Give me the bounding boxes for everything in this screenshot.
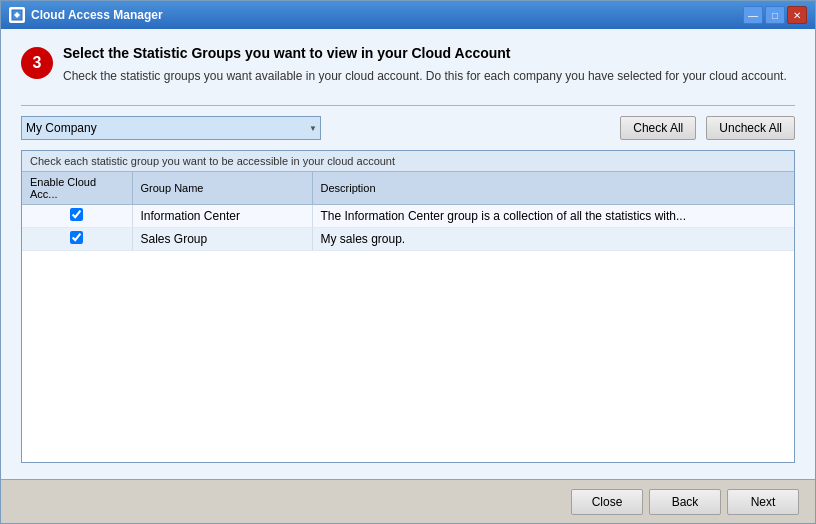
divider: [21, 105, 795, 106]
main-window: Cloud Access Manager — □ ✕ 3 Select the …: [0, 0, 816, 524]
table-row: Sales GroupMy sales group.: [22, 228, 794, 251]
statistic-groups-table: Enable Cloud Acc... Group Name Descripti…: [22, 172, 794, 251]
company-select-wrapper: My Company: [21, 116, 321, 140]
group-name-cell: Sales Group: [132, 228, 312, 251]
enable-cell: [22, 205, 132, 228]
table-row: Information CenterThe Information Center…: [22, 205, 794, 228]
title-bar: Cloud Access Manager — □ ✕: [1, 1, 815, 29]
close-dialog-button[interactable]: Close: [571, 489, 643, 515]
enable-cell: [22, 228, 132, 251]
step-text-area: Select the Statistic Groups you want to …: [63, 45, 787, 85]
company-row: My Company Check All Uncheck All: [21, 116, 795, 140]
enable-checkbox[interactable]: [70, 231, 83, 244]
col-desc-header: Description: [312, 172, 794, 205]
footer: Close Back Next: [1, 479, 815, 523]
main-content: 3 Select the Statistic Groups you want t…: [1, 29, 815, 479]
step-description: Check the statistic groups you want avai…: [63, 67, 787, 85]
col-group-header: Group Name: [132, 172, 312, 205]
table-container: Check each statistic group you want to b…: [21, 150, 795, 463]
back-button[interactable]: Back: [649, 489, 721, 515]
window-title: Cloud Access Manager: [31, 8, 743, 22]
table-header-row: Enable Cloud Acc... Group Name Descripti…: [22, 172, 794, 205]
col-enable-header: Enable Cloud Acc...: [22, 172, 132, 205]
window-controls: — □ ✕: [743, 6, 807, 24]
step-header: 3 Select the Statistic Groups you want t…: [21, 45, 795, 85]
company-select[interactable]: My Company: [21, 116, 321, 140]
description-cell: My sales group.: [312, 228, 794, 251]
minimize-button[interactable]: —: [743, 6, 763, 24]
group-name-cell: Information Center: [132, 205, 312, 228]
app-icon: [9, 7, 25, 23]
uncheck-all-button[interactable]: Uncheck All: [706, 116, 795, 140]
next-button[interactable]: Next: [727, 489, 799, 515]
enable-checkbox[interactable]: [70, 208, 83, 221]
maximize-button[interactable]: □: [765, 6, 785, 24]
close-button[interactable]: ✕: [787, 6, 807, 24]
step-title: Select the Statistic Groups you want to …: [63, 45, 787, 61]
header-area: 3 Select the Statistic Groups you want t…: [21, 45, 795, 95]
step-number: 3: [21, 47, 53, 79]
check-all-button[interactable]: Check All: [620, 116, 696, 140]
description-cell: The Information Center group is a collec…: [312, 205, 794, 228]
table-hint: Check each statistic group you want to b…: [22, 151, 794, 172]
